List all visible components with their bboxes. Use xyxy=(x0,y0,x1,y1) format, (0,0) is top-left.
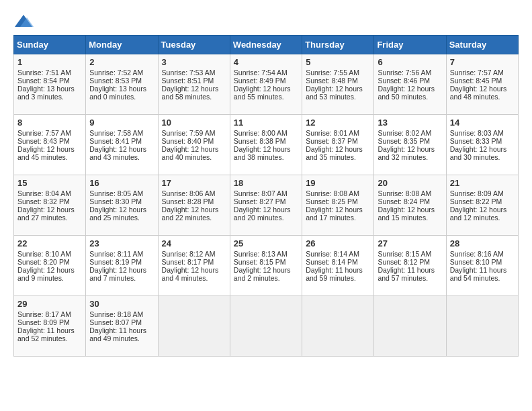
day-info-line: and 7 minutes. xyxy=(89,274,154,282)
weekday-header-monday: Monday xyxy=(86,36,158,54)
day-number: 16 xyxy=(89,178,154,188)
day-info-line: Sunset: 8:14 PM xyxy=(306,258,370,266)
day-info-line: and 25 minutes. xyxy=(89,214,154,222)
day-info-line: Sunrise: 8:13 AM xyxy=(234,250,298,258)
day-info-line: Sunset: 8:07 PM xyxy=(89,318,154,326)
day-info-line: Sunrise: 7:55 AM xyxy=(306,68,370,77)
calendar-cell-28: 28Sunrise: 8:16 AMSunset: 8:10 PMDayligh… xyxy=(446,236,518,296)
day-info-line: Sunrise: 8:06 AM xyxy=(162,189,226,197)
day-info-line: Sunset: 8:54 PM xyxy=(17,77,82,85)
calendar-cell-17: 17Sunrise: 8:06 AMSunset: 8:28 PMDayligh… xyxy=(158,175,230,236)
calendar-cell-10: 10Sunrise: 7:59 AMSunset: 8:40 PMDayligh… xyxy=(158,115,230,175)
day-info-line: and 59 minutes. xyxy=(306,274,370,282)
calendar-cell-4: 4Sunrise: 7:54 AMSunset: 8:49 PMDaylight… xyxy=(230,54,302,115)
day-info-line: Sunrise: 8:12 AM xyxy=(162,250,226,258)
day-info-line: Sunrise: 8:02 AM xyxy=(378,129,442,137)
day-info-line: Sunrise: 7:59 AM xyxy=(162,129,226,137)
day-info-line: Sunset: 8:17 PM xyxy=(162,258,226,266)
day-info-line: Sunrise: 8:14 AM xyxy=(306,250,370,258)
day-info-line: Daylight: 12 hours xyxy=(89,205,154,214)
calendar-cell-12: 12Sunrise: 8:01 AMSunset: 8:37 PMDayligh… xyxy=(302,115,374,175)
day-info-line: Sunrise: 7:53 AM xyxy=(162,68,226,77)
calendar-cell-18: 18Sunrise: 8:07 AMSunset: 8:27 PMDayligh… xyxy=(230,175,302,236)
day-info-line: and 2 minutes. xyxy=(234,274,298,282)
calendar-week-row-4: 22Sunrise: 8:10 AMSunset: 8:20 PMDayligh… xyxy=(14,236,519,296)
calendar-cell-7: 7Sunrise: 7:57 AMSunset: 8:45 PMDaylight… xyxy=(446,54,518,115)
day-info-line: Sunset: 8:15 PM xyxy=(234,258,298,266)
day-info-line: Sunrise: 7:56 AM xyxy=(378,68,442,77)
calendar-cell-19: 19Sunrise: 8:08 AMSunset: 8:25 PMDayligh… xyxy=(302,175,374,236)
calendar-cell-9: 9Sunrise: 7:58 AMSunset: 8:41 PMDaylight… xyxy=(86,115,158,175)
day-number: 8 xyxy=(17,118,82,128)
calendar-cell-empty xyxy=(446,296,518,357)
day-info-line: Daylight: 12 hours xyxy=(162,205,226,214)
calendar-cell-25: 25Sunrise: 8:13 AMSunset: 8:15 PMDayligh… xyxy=(230,236,302,296)
day-info-line: Daylight: 12 hours xyxy=(378,205,442,214)
day-info-line: Sunrise: 8:00 AM xyxy=(234,129,298,137)
calendar-cell-22: 22Sunrise: 8:10 AMSunset: 8:20 PMDayligh… xyxy=(14,236,86,296)
day-info-line: Sunrise: 7:58 AM xyxy=(89,129,154,137)
day-info-line: Daylight: 12 hours xyxy=(306,205,370,214)
day-info-line: Daylight: 12 hours xyxy=(89,266,154,274)
day-info-line: Sunset: 8:20 PM xyxy=(17,258,82,266)
day-info-line: Daylight: 12 hours xyxy=(234,205,298,214)
day-info-line: and 38 minutes. xyxy=(234,153,298,161)
day-info-line: Sunrise: 8:09 AM xyxy=(450,189,515,197)
day-info-line: Sunset: 8:12 PM xyxy=(378,258,442,266)
calendar-cell-16: 16Sunrise: 8:05 AMSunset: 8:30 PMDayligh… xyxy=(86,175,158,236)
day-info-line: Sunset: 8:38 PM xyxy=(234,137,298,145)
day-number: 27 xyxy=(378,238,442,248)
day-number: 24 xyxy=(162,238,226,248)
day-info-line: Daylight: 11 hours xyxy=(450,266,515,274)
calendar-header: SundayMondayTuesdayWednesdayThursdayFrid… xyxy=(14,36,519,54)
day-info-line: Sunset: 8:28 PM xyxy=(162,197,226,205)
day-number: 7 xyxy=(450,57,515,67)
day-info-line: and 12 minutes. xyxy=(450,214,515,222)
day-info-line: Daylight: 12 hours xyxy=(17,205,82,214)
day-number: 9 xyxy=(89,118,154,128)
day-number: 1 xyxy=(17,57,82,67)
day-info-line: and 3 minutes. xyxy=(17,93,82,101)
day-info-line: Daylight: 12 hours xyxy=(234,145,298,153)
day-info-line: Sunset: 8:53 PM xyxy=(89,77,154,85)
day-number: 15 xyxy=(17,178,82,188)
day-info-line: Daylight: 12 hours xyxy=(306,145,370,153)
calendar-cell-empty xyxy=(374,296,446,357)
day-info-line: Sunrise: 8:01 AM xyxy=(306,129,370,137)
day-info-line: Sunrise: 8:17 AM xyxy=(17,310,82,318)
calendar-cell-3: 3Sunrise: 7:53 AMSunset: 8:51 PMDaylight… xyxy=(158,54,230,115)
day-info-line: and 55 minutes. xyxy=(234,93,298,101)
day-info-line: and 54 minutes. xyxy=(450,274,515,282)
day-info-line: and 0 minutes. xyxy=(89,93,154,101)
day-number: 3 xyxy=(162,57,226,67)
calendar-cell-15: 15Sunrise: 8:04 AMSunset: 8:32 PMDayligh… xyxy=(14,175,86,236)
day-info-line: Sunset: 8:09 PM xyxy=(17,318,82,326)
day-info-line: and 48 minutes. xyxy=(450,93,515,101)
weekday-header-saturday: Saturday xyxy=(446,36,518,54)
calendar-cell-11: 11Sunrise: 8:00 AMSunset: 8:38 PMDayligh… xyxy=(230,115,302,175)
day-info-line: Daylight: 12 hours xyxy=(450,205,515,214)
day-info-line: Daylight: 11 hours xyxy=(17,326,82,334)
day-info-line: Sunrise: 7:57 AM xyxy=(17,129,82,137)
day-info-line: Sunset: 8:33 PM xyxy=(450,137,515,145)
calendar-cell-29: 29Sunrise: 8:17 AMSunset: 8:09 PMDayligh… xyxy=(14,296,86,357)
day-info-line: Sunrise: 8:10 AM xyxy=(17,250,82,258)
day-info-line: and 45 minutes. xyxy=(17,153,82,161)
generalblue-logo-icon xyxy=(13,13,34,30)
day-number: 19 xyxy=(306,178,370,188)
day-info-line: Sunset: 8:45 PM xyxy=(450,77,515,85)
day-info-line: Sunset: 8:51 PM xyxy=(162,77,226,85)
day-info-line: Daylight: 12 hours xyxy=(234,85,298,93)
day-info-line: Sunset: 8:49 PM xyxy=(234,77,298,85)
day-info-line: Sunset: 8:19 PM xyxy=(89,258,154,266)
weekday-header-sunday: Sunday xyxy=(14,36,86,54)
day-info-line: Daylight: 12 hours xyxy=(89,145,154,153)
day-info-line: Daylight: 12 hours xyxy=(17,145,82,153)
day-number: 10 xyxy=(162,118,226,128)
calendar-cell-14: 14Sunrise: 8:03 AMSunset: 8:33 PMDayligh… xyxy=(446,115,518,175)
day-info-line: Sunset: 8:41 PM xyxy=(89,137,154,145)
calendar-cell-21: 21Sunrise: 8:09 AMSunset: 8:22 PMDayligh… xyxy=(446,175,518,236)
day-info-line: Sunset: 8:25 PM xyxy=(306,197,370,205)
day-info-line: Sunrise: 8:07 AM xyxy=(234,189,298,197)
day-info-line: Sunrise: 8:11 AM xyxy=(89,250,154,258)
